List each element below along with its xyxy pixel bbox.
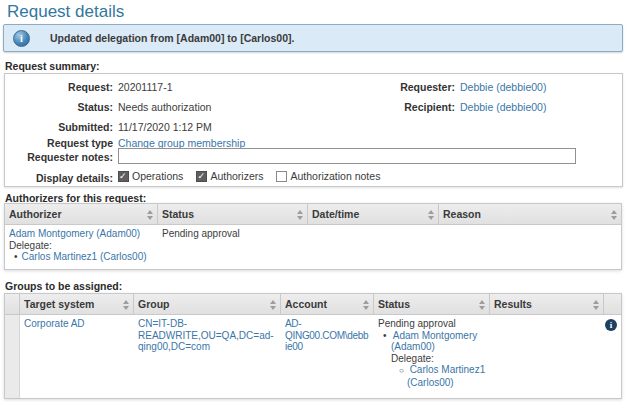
sort-icon	[297, 210, 303, 220]
group-row: Corporate AD CN=IT-DB-READWRITE,OU=QA,DC…	[5, 315, 621, 398]
checkbox-label: Authorization notes	[290, 170, 380, 182]
column-header-status[interactable]: Status	[158, 204, 308, 225]
status-cell: Pending approval Adam Montgomery (Adam00…	[374, 315, 490, 398]
column-header-status[interactable]: Status	[374, 294, 490, 315]
status-delegate-link[interactable]: Carlos Martinez1 (Carlos00)	[407, 364, 485, 388]
reason-cell	[439, 225, 621, 269]
expand-cell[interactable]	[5, 315, 20, 398]
row-info-icon[interactable]	[605, 319, 617, 331]
groups-legend: Groups to be assigned:	[5, 280, 122, 292]
groups-table: Target system Group Account Status Resul…	[4, 293, 622, 399]
checkbox-authorization-notes[interactable]: Authorization notes	[276, 170, 380, 182]
requester-link[interactable]: Debbie (debbie00)	[460, 81, 546, 93]
column-header-expand	[5, 294, 20, 315]
delegate-label: Delegate:	[9, 240, 154, 252]
column-header-target-system[interactable]: Target system	[20, 294, 134, 315]
column-header-authorizer[interactable]: Authorizer	[5, 204, 158, 225]
column-header-group[interactable]: Group	[134, 294, 281, 315]
recipient-link[interactable]: Debbie (debbie00)	[460, 101, 546, 113]
authorizer-cell: Adam Montgomery (Adam00) Delegate: Carlo…	[5, 225, 158, 269]
sort-icon	[593, 300, 599, 310]
column-header-reason[interactable]: Reason	[439, 204, 621, 225]
status-value: Needs authorization	[118, 101, 211, 113]
column-header-datetime[interactable]: Date/time	[308, 204, 439, 225]
status-delegate-item: Carlos Martinez1 (Carlos00)	[399, 364, 486, 388]
datetime-cell	[308, 225, 439, 269]
authorizers-header-row: Authorizer Status Date/time Reason	[5, 204, 621, 225]
request-value: 20201117-1	[118, 81, 173, 93]
sort-icon	[270, 300, 276, 310]
groups-header-row: Target system Group Account Status Resul…	[5, 294, 621, 315]
authorizer-link[interactable]: Adam Montgomery (Adam00)	[9, 228, 140, 239]
request-label: Request:	[5, 81, 113, 93]
authorizers-table: Authorizer Status Date/time Reason Adam …	[4, 203, 622, 270]
sort-icon	[123, 300, 129, 310]
banner-message: Updated delegation from [Adam00] to [Car…	[50, 32, 294, 44]
info-icon	[13, 30, 30, 47]
status-label: Status:	[5, 101, 113, 113]
sort-icon	[147, 210, 153, 220]
column-header-actions	[604, 294, 621, 315]
checkbox-icon[interactable]	[196, 171, 207, 182]
delegate-link[interactable]: Carlos Martinez1 (Carlos00)	[22, 251, 147, 262]
status-authorizer-item: Adam Montgomery (Adam00) Delegate: Carlo…	[383, 330, 486, 389]
target-system-link[interactable]: Corporate AD	[24, 318, 85, 329]
authorizer-row: Adam Montgomery (Adam00) Delegate: Carlo…	[5, 225, 621, 269]
status-cell: Pending approval	[158, 225, 308, 269]
target-system-cell: Corporate AD	[20, 315, 134, 398]
account-link[interactable]: AD-QING00.COM\debbie00	[285, 318, 368, 352]
status-authorizer-link[interactable]: Adam Montgomery (Adam00)	[391, 330, 477, 353]
group-cell: CN=IT-DB-READWRITE,OU=QA,DC=ad-qing00,DC…	[134, 315, 281, 398]
checkbox-label: Operations	[132, 170, 183, 182]
account-cell: AD-QING00.COM\debbie00	[281, 315, 374, 398]
sort-icon	[428, 210, 434, 220]
delegate-item: Carlos Martinez1 (Carlos00)	[14, 251, 154, 263]
checkbox-label: Authorizers	[210, 170, 263, 182]
request-summary-legend: Request summary:	[5, 60, 100, 72]
status-text: Pending approval	[378, 318, 486, 330]
actions-cell	[604, 315, 621, 398]
requester-label: Requester:	[345, 81, 455, 93]
recipient-label: Recipient:	[345, 101, 455, 113]
checkbox-icon[interactable]	[276, 171, 287, 182]
request-summary-panel: Request: 20201117-1 Status: Needs author…	[4, 73, 623, 187]
page-title: Request details	[7, 2, 124, 22]
group-link[interactable]: CN=IT-DB-READWRITE,OU=QA,DC=ad-qing00,DC…	[138, 318, 274, 352]
sort-icon	[611, 210, 617, 220]
info-banner: Updated delegation from [Adam00] to [Car…	[3, 24, 623, 52]
delegate-label: Delegate:	[391, 353, 434, 364]
display-options-group: Operations Authorizers Authorization not…	[118, 170, 380, 182]
checkbox-operations[interactable]: Operations	[118, 170, 183, 182]
sort-icon	[363, 300, 369, 310]
requester-notes-input[interactable]	[118, 148, 576, 164]
display-details-label: Display details:	[5, 172, 113, 184]
column-header-account[interactable]: Account	[281, 294, 374, 315]
submitted-label: Submitted:	[5, 121, 113, 133]
column-header-results[interactable]: Results	[490, 294, 604, 315]
requester-notes-label: Requester notes:	[5, 151, 113, 163]
checkbox-icon[interactable]	[118, 171, 129, 182]
sort-icon	[479, 300, 485, 310]
results-cell	[490, 315, 604, 398]
submitted-value: 11/17/2020 1:12 PM	[118, 121, 212, 133]
checkbox-authorizers[interactable]: Authorizers	[196, 170, 263, 182]
request-type-label: Request type	[5, 137, 113, 149]
